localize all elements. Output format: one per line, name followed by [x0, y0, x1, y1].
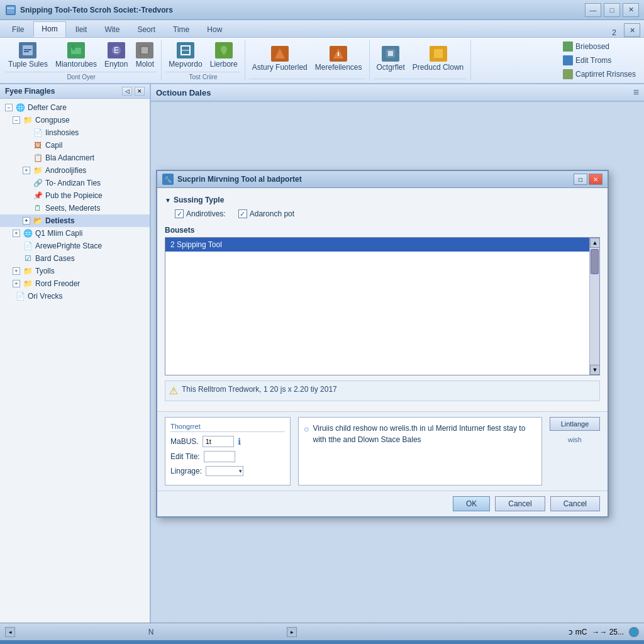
list-scrollbar: ▲ ▼: [589, 238, 599, 375]
tree-item-rord[interactable]: + 📁 Rord Freoder: [0, 277, 150, 290]
svg-marker-15: [275, 48, 285, 58]
scroll-up-button[interactable]: ▲: [590, 238, 600, 248]
tab-time[interactable]: Time: [165, 22, 197, 37]
checkbox-2-item: Adaronch pot: [238, 209, 294, 218]
list-item-spipping[interactable]: 2 Spipping Tool: [165, 238, 599, 252]
checkboxes-row: Andirotives: Adaronch pot: [175, 209, 600, 218]
ribbon-btn-astury[interactable]: Astury Fuoterled: [249, 44, 311, 74]
ribbon-group-4: Octgrflet Preducd Clown: [374, 40, 472, 80]
ribbon-group-3: Astury Fuoterled Merefeilences: [249, 40, 370, 80]
ok-button[interactable]: OK: [453, 496, 490, 511]
tree-item-bla[interactable]: 📋 Bla Adancmert: [0, 152, 150, 164]
tree-expand-detiests[interactable]: +: [23, 217, 30, 225]
lingrage-select[interactable]: [206, 466, 243, 476]
tree-item-seets[interactable]: 🗒 Seets, Mederets: [0, 202, 150, 214]
time-text: →→ 25...: [592, 628, 624, 636]
ribbon-btn-edit-troms[interactable]: Edit Troms: [560, 54, 639, 67]
folder-icon-3: 📂: [33, 216, 43, 226]
tree-expand-andro[interactable]: +: [23, 167, 30, 174]
tree-item-iinshosies[interactable]: 📄 Iinshosies: [0, 126, 150, 139]
scroll-down-button[interactable]: ▼: [590, 365, 600, 375]
scroll-right-button[interactable]: ▸: [287, 627, 297, 637]
content-title: Octioun Dales: [156, 88, 211, 97]
tree-item-capil[interactable]: 🖼 Capil: [0, 139, 150, 152]
ribbon-btn-lierbore[interactable]: Lierbore: [207, 40, 241, 70]
tab-file[interactable]: File: [4, 22, 32, 37]
ribbon-btn-enyton[interactable]: E Enyton: [101, 40, 131, 70]
tree-item-bard-cases[interactable]: ☑ Bard Cases: [0, 252, 150, 265]
scroll-left-button[interactable]: ◂: [5, 627, 15, 637]
cancel-button-1[interactable]: Cancel: [495, 496, 545, 511]
tree-item-congpuse[interactable]: − 📁 Congpuse: [0, 114, 150, 126]
sidebar-title: Fyee Finagles: [5, 87, 55, 96]
tree-expand-rord[interactable]: +: [13, 280, 20, 287]
ribbon-close-button[interactable]: ✕: [624, 23, 640, 37]
tree-expand-q1[interactable]: +: [13, 230, 20, 237]
ribbon-btn-captirret[interactable]: Captirret Rrisnses: [560, 68, 639, 80]
status-text: ɔ mC: [569, 628, 587, 636]
mabus-input[interactable]: [203, 436, 234, 447]
tree-item-andizan[interactable]: 🔗 To- Andizan Ties: [0, 177, 150, 189]
lingrage-row: Lingrage:: [170, 466, 285, 476]
tree-item-ori[interactable]: 📄 Ori Vrecks: [0, 290, 150, 303]
tree-item-tyolls[interactable]: + 📁 Tyolls: [0, 265, 150, 277]
checkbox-adaronch[interactable]: [238, 209, 247, 218]
message-box: ○ Viruiis child reshow no wrelis.th in u…: [298, 417, 542, 486]
pub-icon: 📌: [33, 191, 43, 201]
tab-hom[interactable]: Hom: [33, 21, 65, 37]
close-button[interactable]: ✕: [623, 3, 639, 17]
list-box[interactable]: 2 Spipping Tool ▲ ▼: [165, 237, 600, 375]
info-icon[interactable]: ℹ: [238, 436, 241, 447]
minimize-button[interactable]: —: [585, 3, 601, 17]
message-radio: ○ Viruiis child reshow no wrelis.th in u…: [304, 423, 536, 445]
tab-how[interactable]: How: [199, 22, 230, 37]
cancel-button-2[interactable]: Cancel: [550, 496, 600, 511]
content-menu-button[interactable]: ≡: [633, 87, 639, 98]
ribbon-btn-briebosed[interactable]: Briebosed: [560, 40, 639, 53]
ribbon-tabs: File Hom Ileit Wite Seort Time How 2 ✕: [0, 20, 644, 38]
tree-item-defter[interactable]: − 🌐 Defter Care: [0, 101, 150, 114]
ribbon-btn-mepvordo[interactable]: Mepvordo: [165, 40, 205, 70]
ribbon-btn-octgr[interactable]: Octgrflet: [374, 44, 408, 74]
tab-ileit[interactable]: Ileit: [67, 22, 96, 37]
dialog-restore-button[interactable]: □: [574, 174, 587, 185]
mabus-label: MaBUS.: [170, 437, 199, 446]
sidebar-header: Fyee Finagles ◁ ✕: [0, 84, 150, 99]
status-bar: ◂ N ▸ ɔ mC →→ 25... 🌐: [0, 623, 644, 640]
checkbox-1-label: Andirotives:: [186, 209, 226, 218]
lingrage-select-wrap: [206, 466, 243, 476]
tab-wite[interactable]: Wite: [96, 22, 128, 37]
ribbon-group-2-label: Tost Criire: [165, 72, 240, 80]
svg-point-13: [221, 46, 227, 52]
page-icon: 📄: [33, 128, 43, 138]
checkbox-andirotives[interactable]: [175, 209, 184, 218]
thong-title: Thongrret: [170, 423, 285, 432]
scroll-thumb[interactable]: [591, 249, 599, 274]
ribbon-btn-molot[interactable]: Molot: [132, 40, 157, 70]
tree-item-arewe[interactable]: 📄 ArewePrighte Stace: [0, 240, 150, 252]
page-icon-2: 📄: [15, 291, 25, 301]
message-text: Viruiis child reshow no wrelis.th in ul …: [313, 423, 536, 445]
tree-item-pub[interactable]: 📌 Pub the Popieice: [0, 189, 150, 202]
lintlange-area: Lintlange wish: [550, 417, 600, 486]
tree-item-androoljifies[interactable]: + 📁 Androoljifies: [0, 164, 150, 177]
tree-item-q1mlim[interactable]: + 🌐 Q1 Mlim Capli: [0, 227, 150, 240]
tree-expand-tyolls[interactable]: +: [13, 267, 20, 275]
lintlange-button[interactable]: Lintlange: [550, 417, 600, 431]
svg-marker-14: [221, 52, 226, 55]
tab-seort[interactable]: Seort: [129, 22, 164, 37]
sidebar-close-button[interactable]: ✕: [135, 87, 145, 96]
maximize-button[interactable]: □: [604, 3, 620, 17]
tree-expand-defter[interactable]: −: [5, 104, 13, 111]
ribbon-btn-preducd[interactable]: Preducd Clown: [409, 44, 467, 74]
sidebar-pin-button[interactable]: ◁: [122, 87, 132, 96]
ribbon-btn-meref[interactable]: Merefeilences: [312, 44, 365, 74]
ribbon-btn-tuple[interactable]: Tuple Sules: [5, 40, 51, 70]
dialog-close-button[interactable]: ✕: [589, 174, 602, 185]
edit-tite-input[interactable]: [204, 451, 235, 462]
ribbon-group-1: Tuple Sules Miantorubes E Enyton Molot: [5, 40, 162, 80]
tree-item-detiests[interactable]: + 📂 Detiests: [0, 214, 150, 227]
link-icon: 🔗: [33, 178, 43, 188]
ribbon-btn-mianto[interactable]: Miantorubes: [52, 40, 100, 70]
tree-expand-congpuse[interactable]: −: [13, 116, 20, 124]
